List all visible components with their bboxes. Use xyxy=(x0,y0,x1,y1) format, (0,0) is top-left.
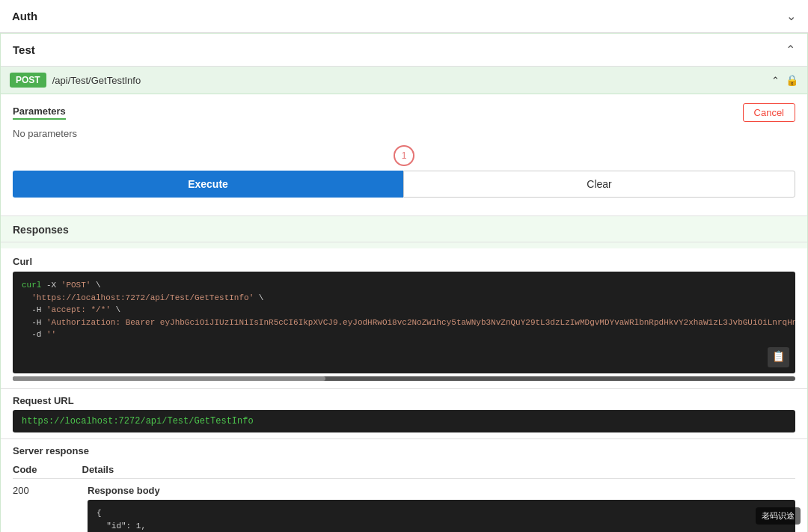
responses-title: Responses xyxy=(13,224,795,236)
response-details: Response body { "id": 1, "name": "公子小六",… xyxy=(88,485,795,533)
endpoint-path: /api/Test/GetTestInfo xyxy=(52,75,765,86)
auth-title: Auth xyxy=(12,10,37,22)
request-url-value: https://localhost:7272/api/Test/GetTestI… xyxy=(13,410,795,432)
curl-copy-button[interactable]: 📋 xyxy=(768,347,789,367)
server-response-label: Server response xyxy=(13,445,795,456)
test-chevron-icon: ⌃ xyxy=(786,43,795,57)
endpoint-actions: ⌃ 🔒 xyxy=(771,74,798,86)
response-body-block: { "id": 1, "name": "公子小六", "role": "管理员"… xyxy=(88,500,795,533)
auth-chevron-icon: ⌄ xyxy=(786,9,796,23)
endpoint-collapse-icon[interactable]: ⌃ xyxy=(771,75,780,86)
server-response-section: Server response Code Details 200 Respons… xyxy=(1,439,807,533)
execute-row: Execute Clear xyxy=(13,171,795,198)
response-status-code: 200 xyxy=(13,485,43,496)
curl-label: Curl xyxy=(13,256,795,267)
code-col-header: Code xyxy=(13,464,37,475)
details-col-header: Details xyxy=(82,464,114,475)
params-header: Parameters Cancel xyxy=(13,103,795,122)
curl-scrollbar[interactable] xyxy=(13,376,795,381)
execute-button[interactable]: Execute xyxy=(13,171,403,198)
lock-icon: 🔒 xyxy=(786,74,798,86)
curl-code-block: curl -X 'POST' \ 'https://localhost:7272… xyxy=(13,272,795,373)
test-section: Test ⌃ POST /api/Test/GetTestInfo ⌃ 🔒 Pa… xyxy=(0,33,808,532)
endpoint-bar: POST /api/Test/GetTestInfo ⌃ 🔒 xyxy=(1,67,807,94)
request-url-label: Request URL xyxy=(13,395,795,406)
test-title: Test xyxy=(13,43,35,56)
response-table-header: Code Details xyxy=(13,461,795,479)
watermark: 老码识途 xyxy=(756,507,801,525)
cancel-button[interactable]: Cancel xyxy=(743,103,795,122)
test-section-header[interactable]: Test ⌃ xyxy=(1,34,807,67)
curl-section: Curl curl -X 'POST' \ 'https://localhost… xyxy=(1,248,807,388)
params-section: Parameters Cancel No parameters 1 Execut… xyxy=(1,94,807,216)
response-body-label: Response body xyxy=(88,485,795,496)
method-badge: POST xyxy=(10,73,46,88)
clear-button[interactable]: Clear xyxy=(403,171,795,198)
circle-indicator-1: 1 xyxy=(394,145,414,166)
auth-section-header[interactable]: Auth ⌄ xyxy=(0,0,808,33)
request-url-section: Request URL https://localhost:7272/api/T… xyxy=(1,389,807,438)
params-title: Parameters xyxy=(13,106,66,120)
no-params-text: No parameters xyxy=(13,128,795,139)
responses-section: Responses xyxy=(1,216,807,236)
response-row-200: 200 Response body { "id": 1, "name": "公子… xyxy=(13,479,795,533)
